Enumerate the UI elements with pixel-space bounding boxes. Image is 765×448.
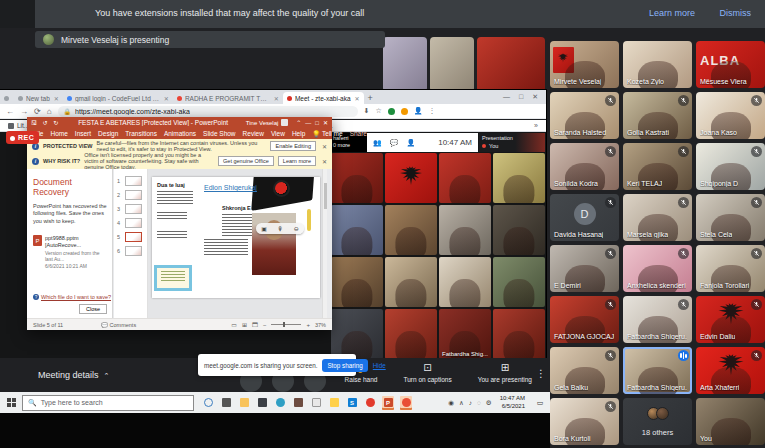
extension-icon-green[interactable] bbox=[388, 108, 395, 115]
browser-tab[interactable]: New tab✕ bbox=[14, 92, 63, 104]
slide-sorter-icon[interactable]: ⊞ bbox=[242, 321, 247, 328]
browser-tab[interactable]: RADHA E PROGRAMIT TE KLAS...✕ bbox=[173, 92, 283, 104]
tray-expand-icon[interactable]: ∧ bbox=[459, 399, 464, 407]
share-button[interactable]: Share bbox=[350, 130, 367, 137]
participant-tile[interactable]: Fatbardha Shiqeru... bbox=[623, 347, 692, 394]
zoom-slider[interactable] bbox=[271, 324, 301, 325]
taskbar-search-input[interactable]: 🔍 Type here to search bbox=[22, 395, 194, 411]
recovery-close-button[interactable]: Close bbox=[79, 304, 107, 314]
participant-tile[interactable]: Kozeta Zylo bbox=[623, 41, 692, 88]
mic-icon[interactable]: 🎙 bbox=[277, 226, 283, 232]
participant-tile[interactable]: FATJONA GJOCAJ bbox=[550, 296, 619, 343]
recovered-file-item[interactable]: P ppt9988.pptm [AutoRecove... Version cr… bbox=[33, 235, 107, 269]
tray-settings-icon[interactable]: ⚙ bbox=[486, 399, 492, 407]
zoom-out-icon[interactable]: − bbox=[263, 322, 267, 328]
participant-tile[interactable]: 18 others bbox=[623, 398, 692, 445]
participant-tile[interactable]: Saranda Halsted bbox=[550, 92, 619, 139]
powerpoint-title-bar[interactable]: 🖫 ↺ ↻ FESTA E ABETARES [Protected View] … bbox=[27, 117, 332, 128]
participant-tile[interactable]: Fanjola Torollari bbox=[696, 245, 765, 292]
taskbar-clock[interactable]: 10:47 AM 6/5/2021 bbox=[500, 395, 525, 410]
ribbon-options-icon[interactable]: ⌃ bbox=[296, 119, 301, 126]
remove-icon[interactable]: ⊖ bbox=[294, 225, 299, 232]
menu-item-view[interactable]: View bbox=[271, 130, 285, 138]
quick-access-toolbar[interactable]: 🖫 ↺ ↻ bbox=[31, 119, 60, 126]
extension-icon-orange[interactable] bbox=[401, 108, 408, 115]
participant-tile[interactable]: Joana Kaso bbox=[696, 92, 765, 139]
slide-number-indicator[interactable]: Slide 5 of 11 bbox=[33, 322, 63, 328]
which-file-link[interactable]: ?Which file do I want to save? bbox=[33, 294, 111, 301]
dismiss-link[interactable]: Dismiss bbox=[720, 8, 752, 18]
window-control[interactable]: □ bbox=[519, 93, 523, 101]
profile-avatar-icon[interactable]: 👤 bbox=[414, 107, 423, 115]
normal-view-icon[interactable]: ▭ bbox=[231, 321, 237, 328]
tab-close-icon[interactable]: ✕ bbox=[164, 95, 169, 102]
hide-popup-link[interactable]: Hide bbox=[373, 362, 386, 369]
browser-window-controls[interactable]: —□✕ bbox=[503, 93, 546, 104]
meeting-details-button[interactable]: Meeting details⌃ bbox=[38, 370, 109, 380]
participant-tile[interactable]: Anxhelica skenderi bbox=[623, 245, 692, 292]
floating-video-controls[interactable]: ▣ 🎙 ⊖ bbox=[256, 223, 304, 234]
tab-close-icon[interactable]: ✕ bbox=[54, 95, 59, 102]
taskbar-icon-folder[interactable] bbox=[328, 396, 340, 410]
menu-item-help[interactable]: Help bbox=[292, 130, 305, 138]
browser-tab[interactable]: gmail login - CodeFuel Ltd Yah...✕ bbox=[63, 92, 173, 104]
taskbar-icon-task-view[interactable] bbox=[220, 396, 232, 410]
menu-item-transitions[interactable]: Transitions bbox=[125, 130, 157, 138]
zoom-in-icon[interactable]: + bbox=[306, 322, 310, 328]
participant-tile[interactable]: Arta Xhaferri bbox=[696, 347, 765, 394]
participant-tile[interactable]: Sonilda Kodra bbox=[550, 143, 619, 190]
browser-tab[interactable]: Meet - zte-xabi-aka✕ bbox=[283, 92, 364, 104]
participant-tile[interactable]: Marsela gjika bbox=[623, 194, 692, 241]
zoom-level[interactable]: 37% bbox=[315, 322, 326, 328]
download-icon[interactable]: ⬇ bbox=[364, 107, 370, 115]
taskbar-icon-notepad[interactable] bbox=[310, 396, 322, 410]
taskbar-icon-opera[interactable] bbox=[364, 396, 376, 410]
participant-tile[interactable]: Bora Kurtoli bbox=[550, 398, 619, 445]
back-icon[interactable]: ← bbox=[6, 107, 14, 116]
window-control[interactable]: ✕ bbox=[532, 93, 538, 101]
slide-thumbnail[interactable]: 6 bbox=[114, 244, 147, 258]
browser-menu-icon[interactable]: ⋮ bbox=[428, 107, 435, 115]
office-user-avatar[interactable] bbox=[281, 119, 288, 126]
browser-tab[interactable] bbox=[0, 92, 14, 104]
participants-icon[interactable]: 👤 bbox=[406, 139, 415, 147]
menu-item-tell-me[interactable]: 💡 Tell me bbox=[312, 130, 342, 138]
maximize-button[interactable]: □ bbox=[315, 120, 319, 126]
participant-tile[interactable]: Keri TELAJ bbox=[623, 143, 692, 190]
tab-close-icon[interactable]: ✕ bbox=[274, 95, 279, 102]
slideshow-icon[interactable]: 🗖 bbox=[252, 322, 258, 328]
enable-editing-button[interactable]: Enable Editing bbox=[270, 141, 315, 151]
taskbar-icon-store[interactable] bbox=[292, 396, 304, 410]
taskbar-icon-vault[interactable] bbox=[256, 396, 268, 410]
forward-icon[interactable]: → bbox=[20, 107, 28, 116]
taskbar-icon-edge[interactable] bbox=[274, 396, 286, 410]
taskbar-icon-powerpoint[interactable]: P bbox=[382, 396, 394, 410]
learn-more-button[interactable]: Learn more bbox=[278, 156, 316, 166]
stop-sharing-button[interactable]: Stop sharing bbox=[322, 359, 367, 372]
new-tab-button[interactable]: + bbox=[368, 93, 373, 103]
camera-icon[interactable]: ▣ bbox=[261, 225, 267, 232]
reload-icon[interactable]: ⟳ bbox=[34, 107, 41, 116]
participant-tile[interactable]: DDavida Hasanaj bbox=[550, 194, 619, 241]
slide-thumbnail[interactable]: 3 bbox=[114, 202, 147, 216]
chat-icon[interactable]: 💬 bbox=[390, 139, 399, 147]
menu-item-home[interactable]: Home bbox=[50, 130, 67, 138]
get-genuine-office-button[interactable]: Get genuine Office bbox=[218, 156, 274, 166]
close-bar-icon[interactable]: ✕ bbox=[322, 143, 327, 150]
close-bar-icon[interactable]: ✕ bbox=[322, 158, 327, 165]
menu-item-review[interactable]: Review bbox=[243, 130, 264, 138]
bookmarks-overflow-icon[interactable]: » bbox=[534, 122, 538, 129]
slide-thumbnail[interactable]: 5 bbox=[114, 230, 147, 244]
slide-thumbnail[interactable]: 1 bbox=[114, 174, 147, 188]
tray-mic-icon[interactable]: ♪ bbox=[469, 399, 472, 406]
taskbar-icon-cortana[interactable] bbox=[202, 396, 214, 410]
participant-tile[interactable]: Stela Cela bbox=[696, 194, 765, 241]
comments-button[interactable]: 💬 Comments bbox=[101, 322, 136, 328]
slide-thumbnail[interactable]: 4 bbox=[114, 216, 147, 230]
captions-button[interactable]: ⊡ Turn on captions bbox=[403, 362, 451, 383]
action-center-icon[interactable]: ▭ bbox=[534, 396, 546, 410]
home-icon[interactable]: ⌂ bbox=[47, 107, 52, 116]
close-button[interactable]: ✕ bbox=[323, 119, 328, 126]
participant-tile[interactable]: E Demiri bbox=[550, 245, 619, 292]
participant-tile[interactable]: Fatbardha Shiqeru... bbox=[623, 296, 692, 343]
